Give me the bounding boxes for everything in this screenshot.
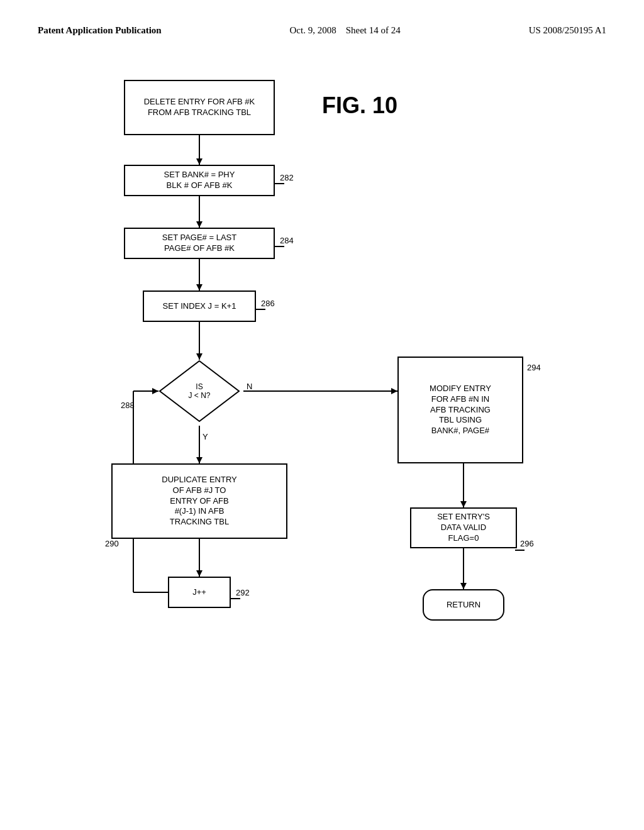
svg-marker-25 bbox=[160, 361, 239, 421]
svg-marker-5 bbox=[196, 284, 203, 290]
header-center: Oct. 9, 2008 Sheet 14 of 24 bbox=[290, 25, 401, 36]
svg-marker-1 bbox=[196, 158, 203, 165]
tick-286 bbox=[256, 303, 275, 316]
diamond-decision bbox=[158, 360, 240, 423]
ref-288: 288 bbox=[121, 401, 135, 410]
patent-number: US 2008/250195 A1 bbox=[529, 25, 606, 36]
svg-marker-11 bbox=[196, 457, 203, 463]
publication-title: Patent Application Publication bbox=[38, 25, 162, 36]
svg-marker-17 bbox=[152, 388, 158, 394]
return-box: RETURN bbox=[423, 589, 504, 621]
svg-marker-3 bbox=[196, 221, 203, 228]
box-296: SET ENTRY'S DATA VALID FLAG=0 bbox=[410, 507, 517, 548]
y-label: Y bbox=[203, 432, 208, 441]
n-label: N bbox=[247, 382, 252, 391]
publication-date: Oct. 9, 2008 bbox=[290, 25, 336, 35]
svg-marker-9 bbox=[391, 388, 397, 394]
svg-marker-21 bbox=[460, 583, 467, 589]
ref-294: 294 bbox=[527, 363, 541, 372]
box-286: SET INDEX J = K+1 bbox=[143, 290, 256, 322]
page: Patent Application Publication Oct. 9, 2… bbox=[0, 0, 644, 830]
ref-290: 290 bbox=[105, 539, 119, 548]
page-header: Patent Application Publication Oct. 9, 2… bbox=[38, 25, 606, 36]
box-294: MODIFY ENTRY FOR AFB #N IN AFB TRACKING … bbox=[397, 357, 523, 463]
svg-marker-7 bbox=[196, 353, 203, 360]
figure-label: FIG. 10 bbox=[322, 92, 397, 119]
box-282: SET BANK# = PHY BLK # OF AFB #K bbox=[124, 165, 275, 196]
diagram-area: FIG. 10 DELETE ENTRY FOR AFB #K FROM AFB… bbox=[38, 55, 606, 790]
flowchart: FIG. 10 DELETE ENTRY FOR AFB #K FROM AFB… bbox=[52, 61, 592, 790]
tick-296 bbox=[515, 544, 534, 556]
svg-marker-19 bbox=[460, 501, 467, 507]
tick-292 bbox=[231, 592, 250, 605]
tick-284 bbox=[275, 240, 294, 253]
box-290: DUPLICATE ENTRY OF AFB #J TO ENTRY OF AF… bbox=[111, 463, 287, 539]
start-box: DELETE ENTRY FOR AFB #K FROM AFB TRACKIN… bbox=[124, 80, 275, 135]
box-284: SET PAGE# = LAST PAGE# OF AFB #K bbox=[124, 228, 275, 259]
svg-marker-13 bbox=[196, 570, 203, 577]
sheet-info: Sheet 14 of 24 bbox=[346, 25, 401, 35]
tick-282 bbox=[275, 177, 294, 190]
box-292: J++ bbox=[168, 577, 231, 608]
